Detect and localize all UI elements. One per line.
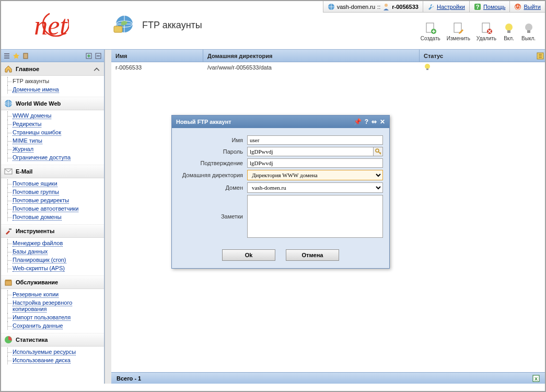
clipboard-icon[interactable] — [22, 52, 29, 60]
cancel-button[interactable]: Отмена — [286, 249, 339, 261]
mail-icon — [4, 167, 13, 176]
box-icon — [4, 278, 13, 286]
nav-mailboxes[interactable]: Почтовые ящики — [13, 180, 57, 187]
svg-rect-11 — [454, 23, 461, 32]
disable-button[interactable]: Выкл. — [521, 22, 536, 41]
textarea-notes[interactable] — [247, 195, 383, 238]
doc-x-icon — [480, 22, 493, 34]
nav-mime-types[interactable]: MIME типы — [13, 137, 42, 144]
enable-button[interactable]: Вкл. — [503, 22, 515, 41]
nav-disk-usage[interactable]: Использование диска — [13, 357, 71, 364]
nav-items-email: Почтовые ящики Почтовые группы Почтовые … — [1, 178, 104, 224]
pie-icon — [4, 336, 13, 344]
nav-cron[interactable]: Планировщик (cron) — [13, 257, 66, 263]
svg-rect-30 — [426, 68, 428, 70]
wrench-icon — [427, 3, 435, 10]
nav-file-manager[interactable]: Менеджер файлов — [13, 240, 63, 247]
nav-backup-settings[interactable]: Настройка резервного копирования — [13, 299, 72, 313]
svg-text:?: ? — [476, 4, 480, 10]
logo-swirl-icon — [32, 9, 69, 41]
input-password[interactable] — [247, 147, 374, 156]
toolbar: Создать Изменить Удалить Вкл. Выкл. — [421, 22, 536, 41]
input-name[interactable] — [247, 135, 383, 145]
col-name[interactable]: Имя — [111, 50, 203, 62]
sidebar: Главное FTP аккаунты Доменные имена Worl… — [1, 50, 104, 384]
nav-domain-names[interactable]: Доменные имена — [13, 86, 59, 93]
label-homedir: Домашняя директория — [178, 172, 247, 178]
col-homedir[interactable]: Домашняя директория — [203, 50, 420, 62]
nav-error-pages[interactable]: Страницы ошибок — [13, 129, 61, 136]
sidebar-scrollbar[interactable] — [104, 50, 111, 384]
nav-access-restriction[interactable]: Ограничение доступа — [13, 154, 71, 161]
svg-point-16 — [525, 24, 532, 31]
nav-import-user[interactable]: Импорт пользователя — [13, 314, 71, 321]
topbar-settings[interactable]: Настройки — [423, 1, 470, 12]
bulb-on-small-icon — [424, 63, 431, 71]
sidebar-body: Главное FTP аккаунты Доменные имена Worl… — [1, 62, 104, 384]
input-confirm[interactable] — [247, 158, 383, 168]
help-dialog-icon[interactable]: ? — [365, 118, 368, 125]
dialog-header[interactable]: Новый FTP аккаунт 📌 ? ⇔ ✕ — [172, 116, 389, 128]
maximize-icon[interactable]: ⇔ — [371, 118, 377, 125]
expand-all-icon[interactable] — [85, 52, 92, 60]
nav-databases[interactable]: Базы данных — [13, 248, 48, 255]
nav-group-maint[interactable]: Обслуживание — [1, 275, 104, 289]
nav-mail-domains[interactable]: Почтовые домены — [13, 214, 62, 221]
select-homedir[interactable]: Директория WWW домена — [247, 170, 383, 180]
pin-icon[interactable]: 📌 — [354, 118, 362, 125]
nav-ftp-accounts[interactable]: FTP аккаунты — [13, 78, 49, 84]
nav-group-stats[interactable]: Статистика — [1, 333, 104, 347]
bulb-on-icon — [503, 22, 515, 34]
col-status[interactable]: Статус — [420, 50, 536, 62]
svg-point-29 — [425, 64, 430, 69]
collapse-all-icon[interactable] — [95, 52, 102, 60]
excel-icon[interactable]: X — [532, 375, 540, 382]
logout-link[interactable]: Выйти — [524, 4, 541, 10]
nav-group-www[interactable]: World Wide Web — [1, 97, 104, 110]
nav-www-domains[interactable]: WWW домены — [13, 112, 51, 119]
nav-group-email[interactable]: E-Mail — [1, 165, 104, 178]
ok-button[interactable]: Ok — [222, 249, 275, 261]
nav-group-tools[interactable]: Инструменты — [1, 224, 104, 238]
create-button[interactable]: Создать — [421, 22, 440, 41]
dialog-new-ftp: Новый FTP аккаунт 📌 ? ⇔ ✕ Имя Пароль Под… — [171, 115, 390, 269]
topbar-logout[interactable]: Выйти — [510, 1, 545, 12]
label-password: Пароль — [178, 148, 247, 155]
topbar-domain: vash-domen.ru — [337, 4, 375, 10]
select-domain[interactable]: vash-domen.ru — [247, 182, 383, 193]
nav-save-data[interactable]: Сохранить данные — [13, 322, 63, 329]
cell-name: r-0056533 — [111, 64, 203, 71]
star-icon[interactable] — [13, 52, 20, 60]
edit-button[interactable]: Изменить — [447, 22, 470, 41]
settings-link[interactable]: Настройки — [437, 4, 465, 10]
generate-password-button[interactable] — [374, 147, 383, 156]
delete-button[interactable]: Удалить — [477, 22, 496, 41]
help-link[interactable]: Помощь — [483, 4, 506, 10]
nav-backups[interactable]: Резервные копии — [13, 291, 59, 298]
menu-icon[interactable] — [3, 52, 10, 60]
nav-items-maint: Резервные копии Настройка резервного коп… — [1, 289, 104, 333]
label-domain: Домен — [178, 185, 247, 191]
nav-mail-autoresp[interactable]: Почтовые автоответчики — [13, 205, 78, 212]
nav-journal[interactable]: Журнал — [13, 146, 33, 153]
topbar-help[interactable]: ? Помощь — [470, 1, 510, 12]
nav-mail-redirects[interactable]: Почтовые редиректы — [13, 197, 69, 204]
power-icon — [514, 3, 521, 10]
footer-total: Всего - 1 — [117, 375, 141, 382]
nav-redirects[interactable]: Редиректы — [13, 121, 41, 128]
nav-items-stats: Используемые ресурсы Использование диска — [1, 347, 104, 367]
topbar-identity: vash-domen.ru :: r-0056533 — [323, 1, 423, 12]
nav-mail-groups[interactable]: Почтовые группы — [13, 189, 59, 195]
nav-group-main[interactable]: Главное — [1, 62, 104, 76]
columns-config-icon[interactable] — [536, 52, 545, 60]
close-icon[interactable]: ✕ — [380, 118, 385, 125]
label-confirm: Подтверждение — [178, 160, 247, 166]
dialog-footer: Ok Отмена — [172, 244, 389, 268]
svg-point-5 — [385, 4, 388, 7]
svg-rect-3 — [114, 26, 122, 32]
table-row[interactable]: r-0056533 /var/www/r-0056533/data — [111, 62, 545, 73]
nav-resources[interactable]: Используемые ресурсы — [13, 349, 76, 355]
nav-web-scripts[interactable]: Web-скрипты (APS) — [13, 265, 65, 272]
svg-text:X: X — [535, 376, 538, 382]
topbar-user: r-0056533 — [392, 4, 419, 10]
